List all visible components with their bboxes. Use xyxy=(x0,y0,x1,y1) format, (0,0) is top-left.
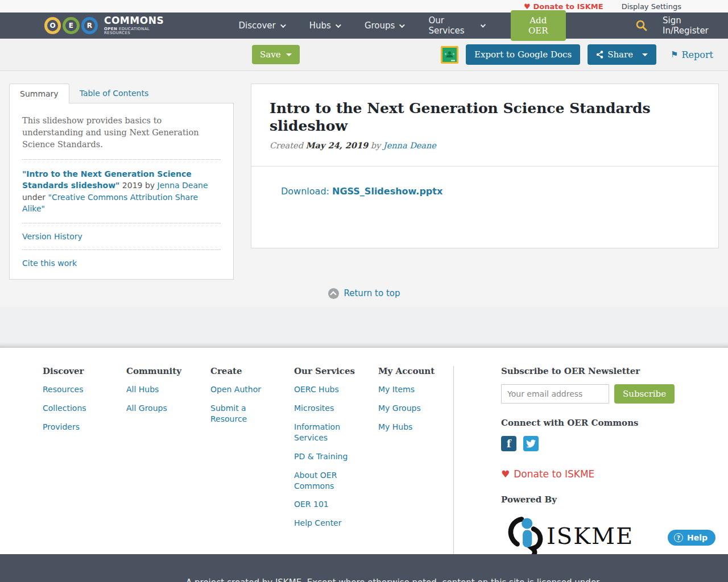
footer-link-oerc-hubs[interactable]: OERC Hubs xyxy=(294,384,361,395)
return-to-top[interactable]: Return to top xyxy=(0,280,728,307)
footer-link-help-center[interactable]: Help Center xyxy=(294,518,361,529)
chevron-down-icon xyxy=(399,22,405,28)
nav-item-our-services[interactable]: Our Services xyxy=(428,15,484,36)
resource-description: This slideshow provides basics to unders… xyxy=(22,115,221,151)
footer-link-microsites[interactable]: Microsites xyxy=(294,403,361,414)
newsletter-section: Subscribe to OER Newsletter Subscribe Co… xyxy=(501,366,683,554)
footer-link-open-author[interactable]: Open Author xyxy=(210,384,278,395)
donate-footer-label: Donate to ISKME xyxy=(514,468,594,480)
help-button[interactable]: ? Help xyxy=(668,530,715,546)
logo-circle-e: E xyxy=(63,17,79,34)
question-mark-icon: ? xyxy=(674,533,683,542)
attribution-under: under xyxy=(22,193,48,202)
nav-item-discover[interactable]: Discover xyxy=(239,20,284,31)
author-link[interactable]: Jenna Deane xyxy=(383,141,436,150)
resource-sidebar: Summary Table of Contents This slideshow… xyxy=(9,84,234,280)
footer-link-all-groups[interactable]: All Groups xyxy=(126,403,193,414)
facebook-icon[interactable]: f xyxy=(501,436,516,451)
donate-to-iskme-top-link[interactable]: ♥ Donate to ISKME xyxy=(524,2,603,11)
search-icon xyxy=(635,19,648,32)
resource-action-bar: Save Export to Google Docs Share ⚑ xyxy=(0,39,728,71)
by-label: by xyxy=(368,141,383,150)
newsletter-heading: Subscribe to OER Newsletter xyxy=(501,366,683,376)
twitter-icon[interactable] xyxy=(523,436,539,451)
footer-link-information-services[interactable]: Information Services xyxy=(294,422,361,443)
logo-circle-o: O xyxy=(44,17,61,34)
return-to-top-label: Return to top xyxy=(344,288,400,298)
tab-table-of-contents[interactable]: Table of Contents xyxy=(69,84,159,103)
download-file-link[interactable]: NGSS_Slideshow.pptx xyxy=(332,186,442,197)
footer-link-pd-training[interactable]: PD & Training xyxy=(294,451,361,462)
nav-item-groups-label: Groups xyxy=(365,20,395,31)
footer-col-create: Create Open Author Submit a Resource xyxy=(210,366,294,554)
attribution-year: 2019 by xyxy=(119,181,157,190)
subscribe-button[interactable]: Subscribe xyxy=(614,384,675,404)
spacer-band xyxy=(0,307,728,348)
footer-heading: Create xyxy=(210,366,294,376)
email-input[interactable] xyxy=(501,384,609,404)
chevron-down-icon xyxy=(280,22,286,28)
search-button[interactable] xyxy=(635,19,648,32)
newsletter-form: Subscribe xyxy=(501,384,683,404)
footer-link-my-groups[interactable]: My Groups xyxy=(378,403,445,414)
footer-link-submit-resource[interactable]: Submit a Resource xyxy=(210,403,278,425)
oer-commons-logo[interactable]: O E R COMMONS OPEN EDUCATIONAL RESOURCES xyxy=(44,16,175,35)
logo-title: COMMONS xyxy=(104,16,175,26)
nav-item-discover-label: Discover xyxy=(239,20,276,31)
footer-link-my-items[interactable]: My Items xyxy=(378,384,445,395)
logo-subtitle: OPEN EDUCATIONAL RESOURCES xyxy=(104,27,175,35)
powered-by-heading: Powered By xyxy=(501,494,683,505)
footer-heading: Our Services xyxy=(294,366,378,376)
tab-summary[interactable]: Summary xyxy=(9,84,69,103)
chevron-down-icon xyxy=(481,22,486,27)
version-history-link[interactable]: Version History xyxy=(22,232,82,241)
main-navbar: O E R COMMONS OPEN EDUCATIONAL RESOURCES… xyxy=(0,13,728,39)
export-google-docs-button[interactable]: Export to Google Docs xyxy=(466,44,580,65)
arrow-up-circle-icon xyxy=(328,288,339,299)
nav-item-hubs[interactable]: Hubs xyxy=(309,20,340,31)
footer-link-all-hubs[interactable]: All Hubs xyxy=(126,384,193,395)
footer-link-about-oer-commons[interactable]: About OER Commons xyxy=(294,470,361,492)
add-oer-button[interactable]: Add OER xyxy=(511,10,566,41)
footer-link-resources[interactable]: Resources xyxy=(43,384,110,395)
footer-link-oer-101[interactable]: OER 101 xyxy=(294,499,361,510)
report-link[interactable]: ⚑ Report xyxy=(671,49,713,60)
footer-link-my-hubs[interactable]: My Hubs xyxy=(378,422,445,433)
google-classroom-button[interactable] xyxy=(441,46,458,64)
iskme-logo[interactable]: ISKME xyxy=(501,513,683,554)
nav-item-hubs-label: Hubs xyxy=(309,20,331,31)
save-button[interactable]: Save xyxy=(252,45,300,64)
footer-link-collections[interactable]: Collections xyxy=(43,403,110,414)
footer: Discover Resources Collections Providers… xyxy=(0,348,728,554)
chevron-down-icon xyxy=(336,22,341,28)
display-settings-link[interactable]: Display Settings xyxy=(622,2,681,11)
heart-icon: ♥ xyxy=(501,468,510,480)
bottom-bar: © 2007 - 2021, OER Commons A project cre… xyxy=(0,554,728,582)
donate-to-iskme-footer-link[interactable]: ♥ Donate to ISKME xyxy=(501,468,683,480)
created-line: Created May 24, 2019 by Jenna Deane xyxy=(270,140,700,150)
nav-item-groups[interactable]: Groups xyxy=(365,20,403,31)
created-label: Created xyxy=(270,141,306,150)
top-utility-bar: ♥ Donate to ISKME Display Settings xyxy=(0,0,728,13)
cite-this-work-link[interactable]: Cite this work xyxy=(22,259,77,268)
created-date: May 24, 2019 xyxy=(306,140,369,150)
sidebar-tabs: Summary Table of Contents xyxy=(9,84,234,103)
logo-text: COMMONS OPEN EDUCATIONAL RESOURCES xyxy=(104,16,175,35)
license-line-1: A project created by ISKME. Except where… xyxy=(186,577,599,582)
caret-down-icon xyxy=(642,53,648,56)
footer-heading: Community xyxy=(126,366,210,376)
caret-down-icon xyxy=(286,53,292,56)
footer-divider xyxy=(453,366,454,554)
google-classroom-icon xyxy=(442,48,457,62)
sign-in-register-link[interactable]: Sign In/Register xyxy=(663,15,728,36)
share-button[interactable]: Share xyxy=(588,44,656,65)
footer-link-providers[interactable]: Providers xyxy=(43,422,110,433)
content-area: Summary Table of Contents This slideshow… xyxy=(0,71,728,280)
save-button-label: Save xyxy=(260,49,281,60)
attribution-author-link[interactable]: Jenna Deane xyxy=(158,181,208,190)
attribution-license-link[interactable]: "Creative Commons Attribution Share Alik… xyxy=(22,193,198,213)
share-icon xyxy=(596,51,603,59)
logo-circle-r: R xyxy=(81,17,98,34)
resource-header: Intro to the Next Generation Science Sta… xyxy=(251,84,718,167)
license-text: A project created by ISKME. Except where… xyxy=(186,577,607,582)
